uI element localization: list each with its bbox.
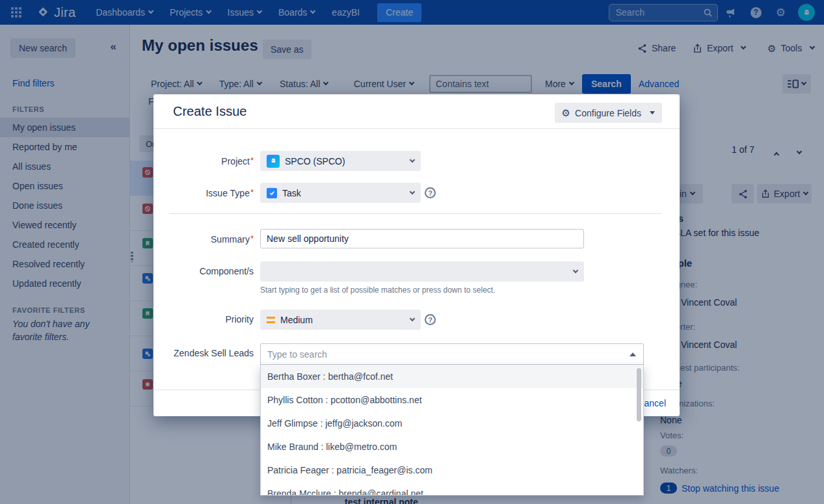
lead-option[interactable]: Bertha Boxer : bertha@fcof.net <box>261 365 643 388</box>
configure-fields-label: Configure Fields <box>575 108 641 118</box>
triangle-up-icon[interactable] <box>630 352 636 356</box>
project-select-value: SPCO (SPCO) <box>285 156 345 166</box>
component-helper-text: Start typing to get a list of possible m… <box>260 285 496 295</box>
triangle-down-icon <box>650 111 655 114</box>
priority-help-icon[interactable]: ? <box>425 314 436 325</box>
gear-icon: ⚙ <box>562 108 570 118</box>
summary-field-label: Summary <box>153 233 254 245</box>
priority-medium-icon <box>267 317 275 323</box>
project-avatar-icon <box>267 155 280 168</box>
project-field-label: Project <box>153 155 254 166</box>
project-select[interactable]: SPCO (SPCO) <box>260 151 421 171</box>
chevron-down-icon <box>410 189 415 194</box>
lead-option[interactable]: Patricia Feager : patricia_feager@is.com <box>261 458 643 482</box>
chevron-down-icon <box>410 157 415 162</box>
jira-application: Jira Dashboards Projects Issues Boards e… <box>0 0 824 504</box>
component-field-label: Component/s <box>153 266 254 276</box>
modal-title: Create Issue <box>173 104 246 119</box>
lead-option[interactable]: Brenda Mcclure : brenda@cardinal.net <box>261 482 643 496</box>
issue-type-select-value: Task <box>282 188 301 198</box>
leads-search-input[interactable] <box>260 343 644 365</box>
chevron-down-icon <box>410 315 415 321</box>
issue-type-select[interactable]: Task <box>260 183 421 203</box>
leads-option-list: Bertha Boxer : bertha@fcof.net Phyllis C… <box>260 365 644 496</box>
lead-option[interactable]: Jeff Glimpse : jeffg@jackson.com <box>261 412 643 435</box>
dropdown-scrollbar-thumb[interactable] <box>637 368 641 421</box>
chevron-down-icon <box>573 267 578 272</box>
priority-select-value: Medium <box>280 315 313 325</box>
component-select[interactable] <box>260 261 584 282</box>
leads-field-label: Zendesk Sell Leads <box>153 348 254 358</box>
issue-type-field-label: Issue Type <box>153 187 254 198</box>
priority-select[interactable]: Medium <box>260 310 421 330</box>
priority-field-label: Priority <box>153 314 254 325</box>
task-type-icon <box>267 188 277 198</box>
summary-input[interactable] <box>260 229 584 248</box>
lead-option[interactable]: Mike Braund : likeb@metro.com <box>261 435 643 458</box>
configure-fields-button[interactable]: ⚙ Configure Fields <box>555 103 662 123</box>
form-divider <box>169 213 661 214</box>
modal-header: Create Issue ⚙ Configure Fields <box>153 94 680 129</box>
leads-combobox: Bertha Boxer : bertha@fcof.net Phyllis C… <box>260 343 644 496</box>
issue-type-help-icon[interactable]: ? <box>425 187 436 198</box>
lead-option[interactable]: Phyllis Cotton : pcotton@abbottins.net <box>261 388 643 412</box>
